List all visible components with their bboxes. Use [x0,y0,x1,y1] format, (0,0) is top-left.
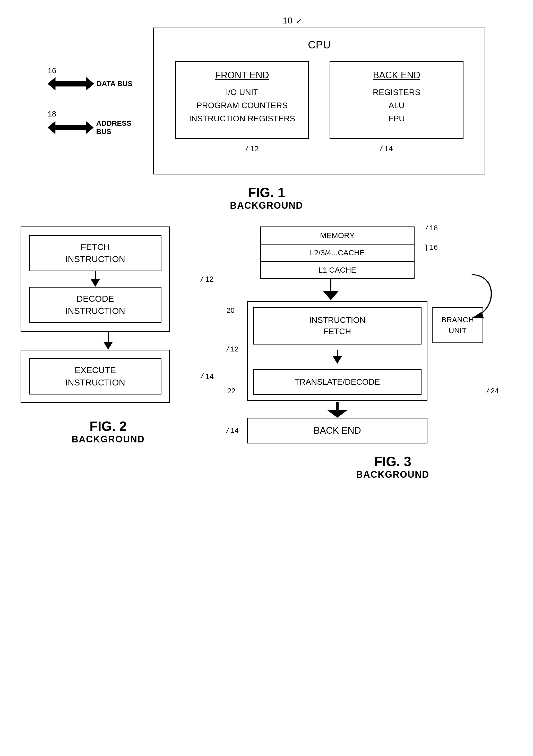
fig1-ref14: / 14 [380,144,393,153]
back-end-section: BACK END REGISTERS ALU FPU [330,61,464,139]
back-end-item3: FPU [343,112,450,125]
fig3-ref12-label: / 12 [227,345,239,353]
fig1-caption: FIG. 1 BACKGROUND [230,185,303,211]
fig3-subtitle: BACKGROUND [273,469,512,480]
fig2-ref12: / 12 [201,275,214,284]
front-end-title: FRONT END [189,70,295,81]
front-end-item2: PROGRAM COUNTERS [189,99,295,112]
fig2-number: FIG. 2 [21,418,196,434]
fig2-caption: FIG. 2 BACKGROUND [21,418,196,445]
fig2-area: FETCH INSTRUCTION DECODE INSTRUCTION [21,227,196,445]
fig3-diagram: / 18 MEMORY L2/3/4...CACHE } 16 L1 CACHE [221,227,512,444]
fig3-inner-box: INSTRUCTION FETCH TRANSLATE/DECODE B [247,301,427,401]
cpu-inner: FRONT END I/O UNIT PROGRAM COUNTERS INST… [169,61,469,139]
back-end-content: REGISTERS ALU FPU [343,86,450,125]
fig2-top-outer: FETCH INSTRUCTION DECODE INSTRUCTION [21,227,196,332]
svg-marker-4 [327,410,348,418]
front-end-section: FRONT END I/O UNIT PROGRAM COUNTERS INST… [175,61,309,139]
fig2-top-flow: FETCH INSTRUCTION DECODE INSTRUCTION [21,227,170,332]
svg-rect-3 [336,402,339,410]
fig3-caption: FIG. 3 BACKGROUND [273,454,512,480]
fig2-fetch-line2: INSTRUCTION [38,253,153,265]
fig3-branch-line1: BRANCH [437,314,479,325]
svg-marker-1 [48,121,93,134]
back-end-title: BACK END [343,70,450,81]
fig1-number: FIG. 1 [230,185,303,200]
address-bus-arrow-svg [48,120,93,135]
bottom-row: FETCH INSTRUCTION DECODE INSTRUCTION [21,227,512,480]
cpu-box: CPU FRONT END I/O UNIT PROGRAM COUNTERS … [153,28,485,175]
fig3-backend-box: BACK END [247,418,427,444]
fig3-number: FIG. 3 [273,454,512,469]
fig2-execute-box: EXECUTE INSTRUCTION [29,358,162,394]
data-bus-ref-label: 16 [48,66,56,75]
data-bus-group: 16 DATA BUS [48,66,148,92]
front-end-content: I/O UNIT PROGRAM COUNTERS INSTRUCTION RE… [189,86,295,125]
address-bus-arrow: ADDRESS BUS [48,119,148,136]
cpu-title: CPU [169,39,469,51]
fig3-branch-unit-box: BRANCH UNIT [432,307,483,343]
fig3-branch-line2: UNIT [437,325,479,336]
data-bus-arrow: DATA BUS [48,76,132,92]
fig3-memory-stack: / 18 MEMORY L2/3/4...CACHE } 16 L1 CACHE [260,227,415,279]
data-bus-label: DATA BUS [96,80,132,88]
fig3-translate-box: TRANSLATE/DECODE [253,369,421,395]
fig2-arrow1 [29,271,162,287]
fig3-ref22-label: 22 [227,387,235,395]
fig3-ref24-label: / 24 [487,387,499,395]
fig2-decode-line2: INSTRUCTION [38,305,153,317]
address-bus-label: ADDRESS BUS [96,119,148,136]
address-bus-ref-label: 18 [48,110,56,118]
page: 10 ↙ 16 DATA [0,0,533,756]
data-bus-arrow-svg [48,76,94,92]
fig3-arrow-ft [248,350,427,364]
fig3-backend-wrapper: / 14 BACK END [247,418,512,444]
fig2-decode-box: DECODE INSTRUCTION [29,287,162,323]
back-end-item1: REGISTERS [343,86,450,99]
fig3-arrow-memory-fetch [323,278,339,301]
fig2-subtitle: BACKGROUND [21,434,196,445]
fig3-area: / 18 MEMORY L2/3/4...CACHE } 16 L1 CACHE [221,227,512,480]
fig3-arrow-to-backend [247,402,427,418]
fig2-ref14: / 14 [201,372,214,381]
fig3-memory-box: MEMORY [260,227,415,245]
fig1-ref12: / 12 [246,144,259,153]
fig3-l2-cache-box: L2/3/4...CACHE [260,244,415,262]
fig3-fetch-line1: INSTRUCTION [260,314,414,326]
fig3-l1-cache-box: L1 CACHE [260,261,415,279]
front-end-item3: INSTRUCTION REGISTERS [189,112,295,125]
fig3-ref16-label: } 16 [425,243,438,252]
fig3-main-box-wrapper: 20 / 12 INSTRUCTION FETCH [247,301,512,444]
fig2-decode-line1: DECODE [38,293,153,305]
fig1-buses: 16 DATA BUS 18 [48,66,148,136]
fig3-ref20-label: 20 [227,306,235,314]
back-end-item2: ALU [343,99,450,112]
fig3-fetch-line2: FETCH [260,326,414,337]
svg-marker-2 [323,291,339,300]
fig1-section-refs: / 12 / 14 [169,144,469,153]
address-bus-group: 18 ADDRESS BUS [48,110,148,136]
fig2-fetch-box: FETCH INSTRUCTION [29,235,162,271]
svg-marker-0 [48,77,94,90]
fig1-container: 10 ↙ 16 DATA [21,15,512,211]
fig3-ref18-label: / 18 [426,224,438,232]
fig2-execute-outer: EXECUTE INSTRUCTION [21,350,170,403]
fig3-mem-arrow-svg [323,291,339,300]
fig2-fetch-line1: FETCH [38,241,153,253]
fig3-ref14-label: / 14 [227,426,239,435]
fig1-subtitle: BACKGROUND [230,200,303,211]
front-end-item1: I/O UNIT [189,86,295,99]
fig2-bottom-outer: EXECUTE INSTRUCTION / 14 [21,350,196,403]
fig2-arrow2 [21,332,196,350]
fig3-fetch-box: INSTRUCTION FETCH [253,307,421,345]
fig2-execute-line2: INSTRUCTION [38,376,153,389]
fig1-outer-layout: 16 DATA BUS 18 [48,28,485,175]
fig3-backend-arrow-svg [324,402,350,418]
fig1-svg-wrapper: 10 ↙ 16 DATA [48,15,485,175]
fig2-execute-line1: EXECUTE [38,364,153,376]
fig1-ref10: 10 ↙ [99,15,485,25]
